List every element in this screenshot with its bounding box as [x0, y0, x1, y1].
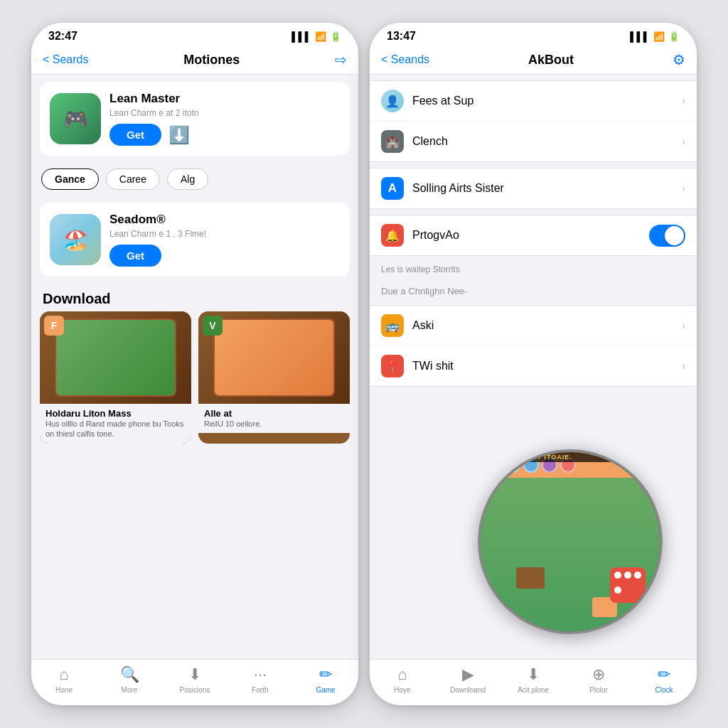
download-row: F Holdaru Liton Mass Hus ollllo d Rand m… — [31, 311, 358, 451]
back-button-right[interactable]: < Seands — [381, 53, 429, 66]
game-red-dot — [485, 454, 492, 461]
status-icons-right: ▌▌▌ 📶 🔋 — [630, 31, 680, 42]
tab-hoye[interactable]: ⌂ Hoye — [381, 665, 424, 694]
wifi-icon-right: 📶 — [653, 31, 665, 42]
settings-note-1: Les is waitep Storrits — [370, 262, 697, 280]
tab-hoye-label: Hoye — [394, 686, 410, 694]
settings-row-solling[interactable]: A Solling Airts Sister › — [370, 168, 697, 208]
nav-title-left: Motiones — [183, 53, 240, 68]
get-button-1[interactable]: Get — [109, 124, 161, 146]
download-thumb-2: V — [198, 311, 350, 404]
profile-avatar: 👤 — [381, 90, 404, 112]
settings-row-label-aski: Aski — [412, 319, 682, 332]
filter-tab-alg[interactable]: Alg — [167, 168, 208, 190]
chevron-icon-aski: › — [682, 319, 685, 332]
filter-tab-gance[interactable]: Gance — [41, 168, 99, 190]
get-button-2[interactable]: Get — [109, 245, 161, 267]
app-card-2: 🏖️ Seadom® Lean Charm e 1 . 3 Flme! Get — [40, 203, 350, 277]
download-thumb-image-2 — [213, 318, 334, 397]
settings-row-label-toggle: PrtogvAo — [412, 229, 649, 242]
game-board — [481, 478, 660, 631]
tab-posicions[interactable]: ⬇ Posicions — [173, 665, 216, 694]
tab-clock-icon: ✏ — [658, 665, 670, 684]
status-time-right: 13:47 — [387, 30, 416, 43]
app-icon-1: 🎮 — [50, 93, 101, 144]
nav-action-icon-left[interactable]: ⇨ — [335, 51, 347, 68]
wifi-icon: 📶 — [315, 31, 326, 42]
app-name-2: Seadom® — [109, 213, 340, 227]
settings-section-3: 🔔 PrtogvAo — [370, 215, 697, 256]
download-thumb-badge-2: V — [203, 316, 223, 336]
tab-posicions-label: Posicions — [180, 686, 210, 694]
status-icons-left: ▌▌▌ 📶 🔋 — [291, 31, 341, 42]
back-button-left[interactable]: < Seards — [43, 53, 88, 66]
settings-row-profile[interactable]: 👤 Fees at Sup › — [370, 81, 697, 122]
download-thumb-1: F — [40, 311, 191, 404]
download-item-2[interactable]: V Alle at ReilU 10 oellore. — [198, 311, 350, 444]
chevron-icon-clench: › — [682, 135, 685, 148]
settings-row-aski[interactable]: 🚌 Aski › — [370, 306, 697, 346]
battery-icon-right: 🔋 — [668, 31, 680, 42]
app-card-1: 🎮 Lean Master Lean Charm e at 2 itotn Ge… — [40, 82, 350, 156]
tab-bar-left: ⌂ Hone 🔍 More ⬇ Posicions ··· Forth ✏ Ga… — [31, 659, 358, 705]
chevron-icon-solling: › — [682, 182, 685, 195]
download-item-1[interactable]: F Holdaru Liton Mass Hus ollllo d Rand m… — [40, 311, 191, 444]
filter-tab-caree[interactable]: Caree — [106, 168, 160, 190]
tab-forth-label: Forth — [252, 686, 268, 694]
settings-row-toggle[interactable]: 🔔 PrtogvAo — [370, 215, 697, 255]
settings-row-twi[interactable]: 📍 TWi shit › — [370, 346, 697, 386]
game-title-bar: VUL FIS TOY ITOAIE. — [481, 452, 660, 462]
app-desc-1: Lean Charm e at 2 itotn — [109, 108, 340, 118]
left-content: 🎮 Lean Master Lean Charm e at 2 itotn Ge… — [31, 75, 358, 659]
app-desc-2: Lean Charm e 1 . 3 Flme! — [109, 229, 340, 239]
signal-icon-right: ▌▌▌ — [630, 31, 650, 42]
nav-bar-left: < Seards Motiones ⇨ — [31, 47, 358, 75]
settings-row-label-profile: Fees at Sup — [412, 95, 682, 107]
tab-plolor[interactable]: ⊕ Plolor — [577, 665, 620, 694]
download-thumb-image-1 — [55, 318, 176, 397]
tab-hoye-icon: ⌂ — [397, 665, 407, 684]
download-icon-1[interactable]: ⬇️ — [168, 125, 190, 145]
tab-acit-plone[interactable]: ⬇ Acit plone — [512, 665, 555, 694]
settings-section-2: A Solling Airts Sister › — [370, 168, 697, 209]
settings-row-label-solling: Solling Airts Sister — [412, 182, 682, 195]
tab-hone-label: Hone — [55, 686, 73, 694]
tab-forth-icon: ··· — [254, 665, 267, 684]
chevron-icon-twi: › — [682, 360, 685, 373]
right-phone: 13:47 ▌▌▌ 📶 🔋 < Seands AkBout ⚙ 👤 Fees a… — [370, 23, 697, 705]
section-download-header: Download — [31, 284, 358, 311]
tab-clock[interactable]: ✏ Clock — [643, 665, 685, 694]
download-item-info-1: Holdaru Liton Mass Hus ollllo d Rand mad… — [40, 404, 191, 444]
tab-hone-icon: ⌂ — [59, 665, 68, 684]
twi-icon: 📍 — [381, 355, 404, 378]
tab-bar-right: ⌂ Hoye ▶ Downloand ⬇ Acit plone ⊕ Plolor… — [370, 659, 697, 705]
tab-game[interactable]: ✏ Game — [304, 665, 347, 694]
tab-more-icon: 🔍 — [120, 665, 139, 684]
solling-icon: A — [381, 177, 404, 200]
tab-forth[interactable]: ··· Forth — [239, 665, 282, 694]
filter-tabs: Gance Caree Alg — [31, 163, 358, 196]
toggle-row-icon: 🔔 — [381, 224, 404, 247]
tab-posicions-icon: ⬇ — [188, 665, 201, 684]
tab-more[interactable]: 🔍 More — [108, 665, 151, 694]
download-item-title-2: Alle at — [204, 408, 344, 419]
tab-game-icon: ✏ — [319, 665, 332, 684]
download-thumb-badge-1: F — [44, 316, 64, 336]
status-time-left: 32:47 — [48, 30, 77, 43]
app-icon-2: 🏖️ — [50, 214, 101, 265]
download-item-desc-1: Hus ollllo d Rand made phone bu Tooks on… — [46, 419, 186, 439]
settings-row-clench[interactable]: 🏰 Clench › — [370, 122, 697, 161]
tab-downloand[interactable]: ▶ Downloand — [446, 665, 489, 694]
settings-row-label-clench: Clench — [412, 135, 682, 148]
toggle-switch[interactable] — [649, 225, 685, 247]
tab-downloand-icon: ▶ — [462, 665, 474, 684]
download-item-title-1: Holdaru Liton Mass — [46, 408, 186, 419]
tab-hone[interactable]: ⌂ Hone — [43, 665, 85, 694]
nav-title-right: AkBout — [528, 53, 574, 68]
tab-plolor-label: Plolor — [589, 686, 608, 694]
settings-subheader-1: Due a Chnlighn Nee- — [370, 280, 697, 299]
nav-action-icon-right[interactable]: ⚙ — [673, 51, 685, 68]
app-icon-image-2: 🏖️ — [50, 214, 101, 265]
app-row-1: 🎮 Lean Master Lean Charm e at 2 itotn Ge… — [50, 92, 340, 146]
app-icon-image-1: 🎮 — [50, 93, 101, 144]
